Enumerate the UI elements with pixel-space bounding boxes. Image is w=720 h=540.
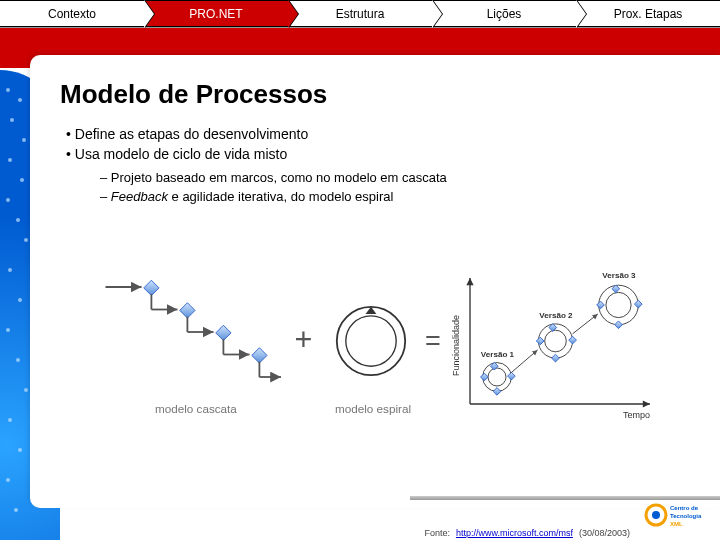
tab-licoes[interactable]: Lições <box>432 0 576 27</box>
tab-estrutura[interactable]: Estrutura <box>288 0 432 27</box>
combined-chart: Funcionalidade Tempo Versão 1 <box>451 271 650 420</box>
svg-point-50 <box>606 292 631 317</box>
svg-text:XML: XML <box>670 521 683 527</box>
bullet-item: Usa modelo de ciclo de vida misto <box>66 144 690 164</box>
sub-bullet-item: Feedback e agilidade iterativa, do model… <box>100 187 690 206</box>
svg-point-32 <box>346 316 396 366</box>
svg-line-48 <box>573 314 598 334</box>
footer-prefix: Fonte: <box>424 528 450 538</box>
svg-rect-25 <box>216 325 231 340</box>
tab-label: Contexto <box>48 7 96 21</box>
svg-rect-38 <box>508 372 516 380</box>
svg-rect-46 <box>552 354 560 362</box>
plus-symbol: + <box>295 322 313 356</box>
footer-source: Fonte: http://www.microsoft.com/msf (30/… <box>424 528 630 538</box>
tab-label: Lições <box>487 7 522 21</box>
sub-bullet-text: e agilidade iterativa, do modelo espiral <box>168 189 393 204</box>
x-axis-label: Tempo <box>623 410 650 420</box>
cascade-model: modelo cascata <box>106 280 282 415</box>
bullet-list: Define as etapas do desenvolvimento Usa … <box>60 124 690 164</box>
cascade-label: modelo cascata <box>155 402 237 415</box>
sub-bullet-item: Projeto baseado em marcos, como no model… <box>100 168 690 187</box>
svg-rect-54 <box>597 301 605 309</box>
version-label-1: Versão 1 <box>481 350 515 359</box>
content-panel: Modelo de Processos Define as etapas do … <box>30 55 720 508</box>
sub-bullet-text: Projeto baseado em marcos, como no model… <box>111 170 447 185</box>
footer-suffix: (30/08/2003) <box>579 528 630 538</box>
page-title: Modelo de Processos <box>60 79 690 110</box>
svg-point-56 <box>652 511 660 519</box>
svg-rect-19 <box>144 280 159 295</box>
footer-logo: Centro de Tecnologia XML <box>644 500 714 530</box>
svg-text:Tecnologia: Tecnologia <box>670 513 702 519</box>
bullet-item: Define as etapas do desenvolvimento <box>66 124 690 144</box>
svg-rect-53 <box>615 321 623 329</box>
version-label-2: Versão 2 <box>539 311 573 320</box>
tab-pronet[interactable]: PRO.NET <box>144 0 288 27</box>
tab-label: Prox. Etapas <box>614 7 683 21</box>
svg-point-43 <box>545 330 567 352</box>
svg-rect-45 <box>569 336 577 344</box>
tab-label: PRO.NET <box>189 7 242 21</box>
svg-rect-40 <box>481 373 489 381</box>
svg-rect-39 <box>493 388 501 396</box>
sub-bullet-list: Projeto baseado em marcos, como no model… <box>60 168 690 206</box>
equals-symbol: = <box>425 326 441 356</box>
svg-text:Centro de: Centro de <box>670 505 699 511</box>
footer-link[interactable]: http://www.microsoft.com/msf <box>456 528 573 538</box>
spiral-label: modelo espiral <box>335 402 411 415</box>
version-label-3: Versão 3 <box>602 271 636 280</box>
svg-line-41 <box>511 350 537 373</box>
tab-label: Estrutura <box>336 7 385 21</box>
svg-rect-28 <box>252 348 267 363</box>
tab-contexto[interactable]: Contexto <box>0 0 144 27</box>
sub-bullet-italic: Feedback <box>111 189 168 204</box>
svg-point-36 <box>488 368 506 386</box>
svg-point-31 <box>337 307 405 375</box>
svg-rect-22 <box>180 303 195 318</box>
tab-prox-etapas[interactable]: Prox. Etapas <box>576 0 720 27</box>
svg-rect-52 <box>634 300 642 308</box>
y-axis-label: Funcionalidade <box>451 315 461 376</box>
nav-tabs: Contexto PRO.NET Estrutura Lições Prox. … <box>0 0 720 28</box>
svg-rect-47 <box>536 337 544 345</box>
spiral-model: modelo espiral <box>335 307 411 415</box>
process-diagram: modelo cascata + modelo espiral = Funcio… <box>70 260 690 458</box>
